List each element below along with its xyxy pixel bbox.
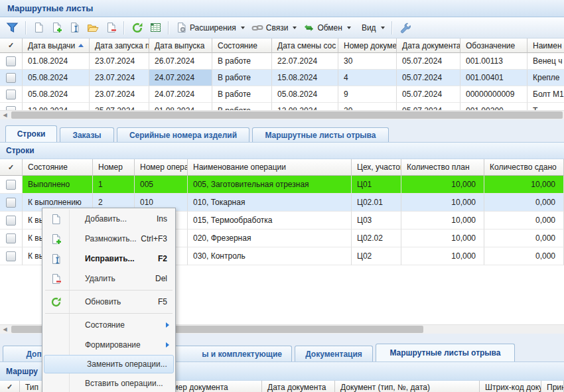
- tab-2[interactable]: Заказы: [60, 127, 114, 142]
- table-cell[interactable]: Ц02: [352, 247, 401, 265]
- tab-3[interactable]: Документация: [295, 346, 373, 361]
- tab-4[interactable]: Маршрутные листы отрыва: [376, 344, 515, 361]
- table-row[interactable]: 05.08.202423.07.202424.07.2024В работе05…: [0, 86, 564, 103]
- table-cell[interactable]: Выполнено: [23, 176, 93, 194]
- tab-4[interactable]: Маршрутные листы отрыва: [252, 127, 389, 142]
- open-button[interactable]: [84, 20, 102, 36]
- column-header[interactable]: Номер: [93, 159, 135, 176]
- column-header[interactable]: Дата выдачи: [23, 38, 90, 53]
- select-all-header[interactable]: ✓: [0, 38, 23, 53]
- table-cell[interactable]: 05.07.2024: [397, 70, 460, 86]
- column-header[interactable]: Дата выпуска: [149, 38, 212, 53]
- row-checkbox[interactable]: [6, 180, 16, 190]
- column-header[interactable]: Штрих-код докуме: [480, 381, 541, 392]
- menu-item[interactable]: Размножить...Ctrl+F3: [42, 229, 175, 249]
- table-cell[interactable]: 10,000: [484, 176, 564, 194]
- row-checkbox[interactable]: [6, 233, 16, 243]
- tab-1[interactable]: Строки: [5, 125, 57, 142]
- table-cell[interactable]: 0,000: [484, 229, 564, 247]
- table-cell[interactable]: 24.07.2024: [149, 70, 212, 86]
- table-cell[interactable]: 0,000: [484, 212, 564, 229]
- table-cell[interactable]: В работе: [212, 86, 272, 103]
- table-cell[interactable]: 4: [338, 70, 397, 86]
- column-header[interactable]: Обозначение: [460, 38, 528, 53]
- menu-item[interactable]: ОбновитьF5: [42, 292, 175, 312]
- table-cell[interactable]: 001.00113: [460, 53, 528, 70]
- menu-item[interactable]: Вставить операции...: [42, 373, 175, 392]
- table-cell[interactable]: 24.07.2024: [149, 86, 212, 103]
- row-checkbox[interactable]: [6, 90, 16, 99]
- links-menu-button[interactable]: Связи: [249, 20, 300, 36]
- table-cell[interactable]: Крепле: [528, 70, 564, 86]
- column-header[interactable]: Количество сдано: [484, 159, 564, 176]
- column-header[interactable]: Состояние: [23, 159, 93, 176]
- table-cell[interactable]: 00000000009: [460, 86, 528, 103]
- table-cell[interactable]: 10,000: [401, 176, 484, 194]
- excel-export-button[interactable]: [147, 20, 164, 36]
- edit-button[interactable]: [66, 20, 83, 36]
- table-cell[interactable]: В работе: [212, 53, 272, 70]
- view-menu-button[interactable]: Вид: [359, 20, 388, 36]
- scroll-left-arrow-icon[interactable]: ◀: [0, 111, 10, 119]
- table-cell[interactable]: 15.08.2024: [272, 70, 338, 86]
- table-cell[interactable]: 010, Токарная: [188, 194, 352, 212]
- table-row[interactable]: Выполнено1005005, Заготовительная отрезн…: [0, 176, 564, 194]
- column-header[interactable]: Количество план: [401, 159, 484, 176]
- table-cell[interactable]: 23.07.2024: [90, 53, 149, 70]
- table-cell[interactable]: 020, Фрезерная: [188, 229, 352, 247]
- row-checkbox[interactable]: [6, 251, 16, 261]
- refresh-button[interactable]: [129, 20, 146, 36]
- table-cell[interactable]: Венец ч: [528, 53, 564, 70]
- table-cell[interactable]: 1: [93, 176, 135, 194]
- menu-item[interactable]: УдалитьDel: [42, 269, 175, 289]
- table-cell[interactable]: 22.07.2024: [272, 53, 338, 70]
- scroll-left-arrow-icon[interactable]: ◀: [0, 325, 10, 334]
- menu-item[interactable]: Исправить...F2: [42, 249, 175, 269]
- row-checkbox[interactable]: [6, 56, 16, 66]
- table-cell[interactable]: 005, Заготовительная отрезная: [188, 176, 352, 194]
- menu-item[interactable]: Формирование: [42, 335, 175, 355]
- menu-item[interactable]: Заменить операции...: [44, 355, 174, 373]
- column-header[interactable]: Наименование операции: [188, 159, 352, 176]
- table-cell[interactable]: 030, Контроль: [188, 247, 352, 265]
- table-cell[interactable]: 10,000: [401, 194, 484, 212]
- table-cell[interactable]: 05.08.2024: [23, 70, 90, 86]
- table-cell[interactable]: 30: [338, 53, 397, 70]
- table-cell[interactable]: В работе: [212, 70, 272, 86]
- settings-button[interactable]: [397, 20, 414, 36]
- column-header[interactable]: Документ (тип, №, дата): [335, 381, 480, 392]
- table-cell[interactable]: 0,000: [484, 194, 564, 212]
- column-header[interactable]: Номер опера: [135, 159, 188, 176]
- row-checkbox[interactable]: [6, 216, 16, 226]
- route-sheets-horizontal-scrollbar[interactable]: ◀: [0, 110, 564, 119]
- table-row[interactable]: 01.08.202423.07.202426.07.2024В работе22…: [0, 53, 564, 70]
- table-cell[interactable]: 23.07.2024: [90, 70, 149, 86]
- table-cell[interactable]: 015, Термообработка: [188, 212, 352, 229]
- select-all-header[interactable]: ✓: [0, 159, 23, 176]
- table-cell[interactable]: 9: [338, 86, 397, 103]
- exchange-menu-button[interactable]: Обмен: [301, 20, 354, 36]
- tab-3[interactable]: Серийные номера изделий: [117, 127, 249, 142]
- row-checkbox[interactable]: [6, 198, 16, 208]
- column-header[interactable]: Наимен: [528, 38, 564, 53]
- column-header[interactable]: Дата документа: [397, 38, 460, 53]
- column-header[interactable]: Дата документа: [262, 381, 335, 392]
- delete-button[interactable]: [103, 20, 119, 36]
- menu-item[interactable]: Состояние: [42, 315, 175, 335]
- table-cell[interactable]: Ц01: [352, 176, 401, 194]
- scrollbar-thumb[interactable]: [11, 111, 563, 119]
- table-cell[interactable]: 01.08.2024: [23, 53, 90, 70]
- column-header[interactable]: Цех, участок: [352, 159, 401, 176]
- table-cell[interactable]: 10,000: [401, 247, 484, 265]
- column-header[interactable]: Состояние: [212, 38, 272, 53]
- table-cell[interactable]: 26.07.2024: [149, 53, 212, 70]
- table-cell[interactable]: 0,000: [484, 247, 564, 265]
- column-header[interactable]: Номер докуме: [338, 38, 397, 53]
- table-cell[interactable]: 05.08.2024: [23, 86, 90, 103]
- table-cell[interactable]: 23.07.2024: [90, 86, 149, 103]
- duplicate-button[interactable]: [48, 20, 65, 36]
- table-cell[interactable]: Ц03: [352, 212, 401, 229]
- table-cell[interactable]: Болт М1: [528, 86, 564, 103]
- table-cell[interactable]: 05.07.2024: [397, 53, 460, 70]
- table-cell[interactable]: Ц02.02: [352, 229, 401, 247]
